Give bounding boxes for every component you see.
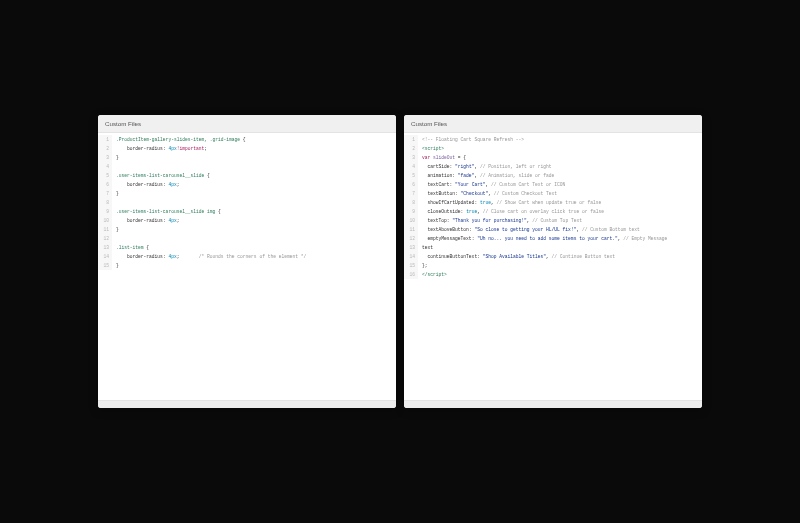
code-line[interactable]: 16</script> bbox=[404, 270, 702, 279]
code-line[interactable]: 6 border-radius: 4px; bbox=[98, 180, 396, 189]
line-content[interactable]: continueButtonText: "Shop Available Titl… bbox=[418, 252, 702, 261]
line-number: 12 bbox=[404, 234, 418, 243]
line-content[interactable]: border-radius: 4px!important; bbox=[112, 144, 396, 153]
line-number: 1 bbox=[98, 135, 112, 144]
left-panel: Custom Files 1.ProductItem-gallery-slide… bbox=[98, 115, 396, 408]
left-panel-title: Custom Files bbox=[105, 120, 141, 127]
code-line[interactable]: 15}; bbox=[404, 261, 702, 270]
code-line[interactable]: 3} bbox=[98, 153, 396, 162]
left-code-lines: 1.ProductItem-gallery-slides-item, .grid… bbox=[98, 133, 396, 272]
code-line[interactable]: 3var slideOut = { bbox=[404, 153, 702, 162]
line-number: 3 bbox=[404, 153, 418, 162]
line-number: 13 bbox=[404, 243, 418, 252]
code-line[interactable]: 6 textCart: "Your Cart", // Custom Cart … bbox=[404, 180, 702, 189]
code-line[interactable]: 14 border-radius: 4px; /* Rounds the cor… bbox=[98, 252, 396, 261]
line-content[interactable] bbox=[112, 162, 396, 171]
line-content[interactable]: text bbox=[418, 243, 702, 252]
code-line[interactable]: 8 showIfCartUpdated: true, // Show Cart … bbox=[404, 198, 702, 207]
line-content[interactable]: .ProductItem-gallery-slides-item, .grid-… bbox=[112, 135, 396, 144]
line-content[interactable]: border-radius: 4px; bbox=[112, 216, 396, 225]
right-panel-title: Custom Files bbox=[411, 120, 447, 127]
right-code-lines: 1<!-- Floating Cart Square Refresh -->2<… bbox=[404, 133, 702, 281]
line-number: 2 bbox=[98, 144, 112, 153]
line-content[interactable]: animation: "fade", // Animation, slide o… bbox=[418, 171, 702, 180]
line-number: 2 bbox=[404, 144, 418, 153]
line-content[interactable]: closeOutside: true, // Close cart on ove… bbox=[418, 207, 702, 216]
line-number: 11 bbox=[404, 225, 418, 234]
line-number: 13 bbox=[98, 243, 112, 252]
line-content[interactable]: cartSide: "right", // Position, left or … bbox=[418, 162, 702, 171]
code-line[interactable]: 8 bbox=[98, 198, 396, 207]
line-content[interactable]: } bbox=[112, 189, 396, 198]
line-content[interactable]: .user-items-list-carousel__slide img { bbox=[112, 207, 396, 216]
line-content[interactable]: textAboveButton: "So close to getting yo… bbox=[418, 225, 702, 234]
code-line[interactable]: 9 closeOutside: true, // Close cart on o… bbox=[404, 207, 702, 216]
line-content[interactable]: <script> bbox=[418, 144, 702, 153]
line-number: 6 bbox=[98, 180, 112, 189]
line-number: 6 bbox=[404, 180, 418, 189]
line-content[interactable] bbox=[112, 234, 396, 243]
right-code-area[interactable]: 1<!-- Floating Cart Square Refresh -->2<… bbox=[404, 133, 702, 400]
left-code-area[interactable]: 1.ProductItem-gallery-slides-item, .grid… bbox=[98, 133, 396, 400]
line-number: 9 bbox=[404, 207, 418, 216]
code-line[interactable]: 7 textButton: "Checkout", // Custom Chec… bbox=[404, 189, 702, 198]
line-content[interactable]: } bbox=[112, 261, 396, 270]
code-line[interactable]: 7} bbox=[98, 189, 396, 198]
code-line[interactable]: 2 border-radius: 4px!important; bbox=[98, 144, 396, 153]
code-line[interactable]: 11} bbox=[98, 225, 396, 234]
code-line[interactable]: 13text bbox=[404, 243, 702, 252]
line-number: 8 bbox=[98, 198, 112, 207]
code-line[interactable]: 14 continueButtonText: "Shop Available T… bbox=[404, 252, 702, 261]
code-line[interactable]: 2<script> bbox=[404, 144, 702, 153]
code-line[interactable]: 5.user-items-list-carousel__slide { bbox=[98, 171, 396, 180]
right-panel: Custom Files 1<!-- Floating Cart Square … bbox=[404, 115, 702, 408]
code-line[interactable]: 11 textAboveButton: "So close to getting… bbox=[404, 225, 702, 234]
code-line[interactable]: 5 animation: "fade", // Animation, slide… bbox=[404, 171, 702, 180]
code-line[interactable]: 1<!-- Floating Cart Square Refresh --> bbox=[404, 135, 702, 144]
code-line[interactable]: 4 bbox=[98, 162, 396, 171]
line-number: 14 bbox=[98, 252, 112, 261]
line-content[interactable] bbox=[112, 198, 396, 207]
code-line[interactable]: 13.list-item { bbox=[98, 243, 396, 252]
line-number: 9 bbox=[98, 207, 112, 216]
line-number: 7 bbox=[98, 189, 112, 198]
line-content[interactable]: .list-item { bbox=[112, 243, 396, 252]
line-number: 11 bbox=[98, 225, 112, 234]
line-number: 4 bbox=[98, 162, 112, 171]
line-content[interactable]: .user-items-list-carousel__slide { bbox=[112, 171, 396, 180]
line-number: 10 bbox=[404, 216, 418, 225]
line-content[interactable]: border-radius: 4px; /* Rounds the corner… bbox=[112, 252, 396, 261]
line-number: 5 bbox=[98, 171, 112, 180]
line-content[interactable]: border-radius: 4px; bbox=[112, 180, 396, 189]
line-number: 5 bbox=[404, 171, 418, 180]
code-line[interactable]: 10 border-radius: 4px; bbox=[98, 216, 396, 225]
code-line[interactable]: 15} bbox=[98, 261, 396, 270]
left-bottom-bar bbox=[98, 400, 396, 408]
code-line[interactable]: 12 emptyMessageText: "Uh no... you need … bbox=[404, 234, 702, 243]
line-content[interactable]: textTop: "Thank you for purchasing!", //… bbox=[418, 216, 702, 225]
line-content[interactable]: <!-- Floating Cart Square Refresh --> bbox=[418, 135, 702, 144]
code-line[interactable]: 1.ProductItem-gallery-slides-item, .grid… bbox=[98, 135, 396, 144]
line-content[interactable]: emptyMessageText: "Uh no... you need to … bbox=[418, 234, 702, 243]
line-content[interactable]: </script> bbox=[418, 270, 702, 279]
line-content[interactable]: } bbox=[112, 225, 396, 234]
line-number: 10 bbox=[98, 216, 112, 225]
line-content[interactable]: showIfCartUpdated: true, // Show Cart wh… bbox=[418, 198, 702, 207]
line-content[interactable]: }; bbox=[418, 261, 702, 270]
line-content[interactable]: } bbox=[112, 153, 396, 162]
line-content[interactable]: textButton: "Checkout", // Custom Checko… bbox=[418, 189, 702, 198]
left-panel-header: Custom Files bbox=[98, 115, 396, 133]
code-line[interactable]: 12 bbox=[98, 234, 396, 243]
code-line[interactable]: 10 textTop: "Thank you for purchasing!",… bbox=[404, 216, 702, 225]
line-content[interactable]: textCart: "Your Cart", // Custom Cart Te… bbox=[418, 180, 702, 189]
line-content[interactable]: var slideOut = { bbox=[418, 153, 702, 162]
code-line[interactable]: 9.user-items-list-carousel__slide img { bbox=[98, 207, 396, 216]
line-number: 3 bbox=[98, 153, 112, 162]
line-number: 14 bbox=[404, 252, 418, 261]
line-number: 1 bbox=[404, 135, 418, 144]
line-number: 12 bbox=[98, 234, 112, 243]
code-line[interactable]: 4 cartSide: "right", // Position, left o… bbox=[404, 162, 702, 171]
line-number: 7 bbox=[404, 189, 418, 198]
line-number: 16 bbox=[404, 270, 418, 279]
line-number: 4 bbox=[404, 162, 418, 171]
